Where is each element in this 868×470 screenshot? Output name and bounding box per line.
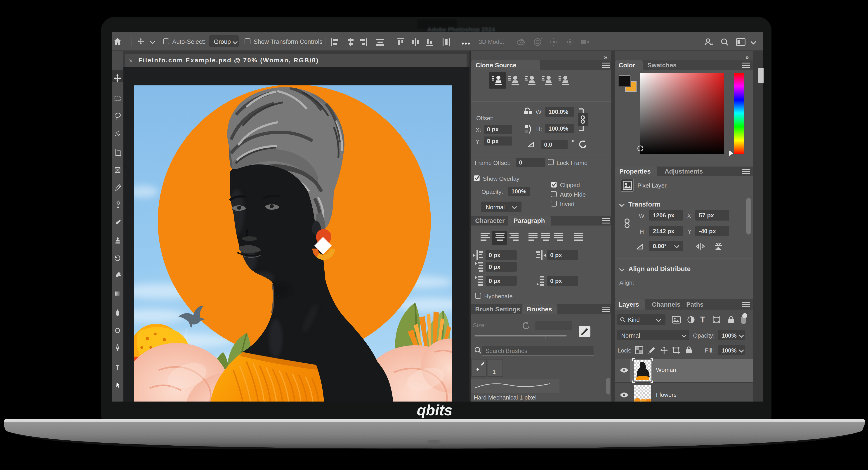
svg-text:qbits: qbits	[417, 404, 453, 418]
svg-text:T: T	[116, 364, 119, 372]
